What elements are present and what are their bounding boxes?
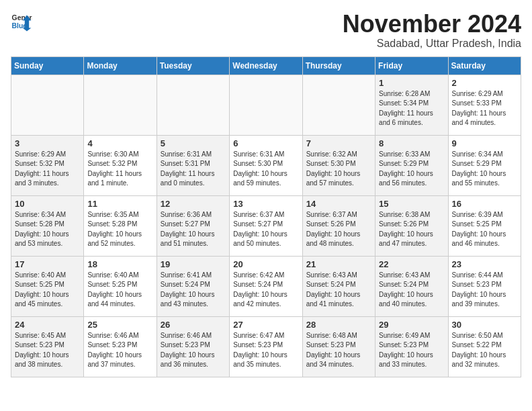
day-info: Sunrise: 6:30 AM Sunset: 5:32 PM Dayligh… bbox=[87, 150, 152, 189]
weekday-header-cell: Friday bbox=[375, 56, 448, 75]
day-info: Sunrise: 6:38 AM Sunset: 5:26 PM Dayligh… bbox=[379, 210, 444, 249]
calendar-week-row: 10Sunrise: 6:34 AM Sunset: 5:28 PM Dayli… bbox=[11, 195, 521, 256]
weekday-header-cell: Sunday bbox=[11, 56, 84, 75]
day-info: Sunrise: 6:33 AM Sunset: 5:29 PM Dayligh… bbox=[379, 150, 444, 189]
day-info: Sunrise: 6:45 AM Sunset: 5:23 PM Dayligh… bbox=[15, 331, 80, 370]
day-info: Sunrise: 6:48 AM Sunset: 5:23 PM Dayligh… bbox=[306, 331, 371, 370]
day-number: 3 bbox=[15, 138, 80, 148]
calendar-day-cell: 25Sunrise: 6:46 AM Sunset: 5:23 PM Dayli… bbox=[84, 316, 157, 377]
calendar-day-cell: 1Sunrise: 6:28 AM Sunset: 5:34 PM Daylig… bbox=[375, 75, 448, 135]
calendar-day-cell: 11Sunrise: 6:35 AM Sunset: 5:28 PM Dayli… bbox=[84, 195, 157, 256]
day-number: 29 bbox=[379, 320, 444, 330]
day-number: 17 bbox=[15, 259, 80, 269]
calendar-day-cell: 15Sunrise: 6:38 AM Sunset: 5:26 PM Dayli… bbox=[375, 195, 448, 256]
calendar-day-cell: 21Sunrise: 6:43 AM Sunset: 5:24 PM Dayli… bbox=[302, 256, 375, 316]
logo-icon: General Blue bbox=[11, 11, 32, 32]
day-number: 14 bbox=[306, 199, 371, 209]
day-info: Sunrise: 6:29 AM Sunset: 5:33 PM Dayligh… bbox=[452, 89, 517, 128]
calendar-week-row: 24Sunrise: 6:45 AM Sunset: 5:23 PM Dayli… bbox=[11, 316, 521, 377]
day-info: Sunrise: 6:40 AM Sunset: 5:25 PM Dayligh… bbox=[15, 271, 80, 310]
day-info: Sunrise: 6:40 AM Sunset: 5:25 PM Dayligh… bbox=[87, 271, 152, 310]
day-number: 27 bbox=[233, 320, 298, 330]
calendar-day-cell: 27Sunrise: 6:47 AM Sunset: 5:23 PM Dayli… bbox=[230, 316, 302, 377]
day-info: Sunrise: 6:28 AM Sunset: 5:34 PM Dayligh… bbox=[379, 89, 444, 128]
day-number: 8 bbox=[379, 138, 444, 148]
calendar-day-cell: 10Sunrise: 6:34 AM Sunset: 5:28 PM Dayli… bbox=[11, 195, 84, 256]
day-number: 25 bbox=[87, 320, 152, 330]
calendar-day-cell: 13Sunrise: 6:37 AM Sunset: 5:27 PM Dayli… bbox=[230, 195, 302, 256]
month-title: November 2024 bbox=[343, 11, 521, 38]
day-number: 2 bbox=[452, 78, 517, 88]
day-info: Sunrise: 6:31 AM Sunset: 5:31 PM Dayligh… bbox=[161, 150, 226, 189]
day-number: 24 bbox=[15, 320, 80, 330]
day-number: 21 bbox=[306, 259, 371, 269]
calendar-day-cell: 24Sunrise: 6:45 AM Sunset: 5:23 PM Dayli… bbox=[11, 316, 84, 377]
calendar-week-row: 3Sunrise: 6:29 AM Sunset: 5:32 PM Daylig… bbox=[11, 135, 521, 195]
day-info: Sunrise: 6:39 AM Sunset: 5:25 PM Dayligh… bbox=[452, 210, 517, 249]
day-number: 6 bbox=[233, 138, 298, 148]
calendar-day-cell: 5Sunrise: 6:31 AM Sunset: 5:31 PM Daylig… bbox=[157, 135, 229, 195]
day-number: 4 bbox=[87, 138, 152, 148]
day-info: Sunrise: 6:47 AM Sunset: 5:23 PM Dayligh… bbox=[233, 331, 298, 370]
day-number: 20 bbox=[233, 259, 298, 269]
calendar-day-cell: 20Sunrise: 6:42 AM Sunset: 5:24 PM Dayli… bbox=[230, 256, 302, 316]
day-number: 10 bbox=[15, 199, 80, 209]
calendar-day-cell: 17Sunrise: 6:40 AM Sunset: 5:25 PM Dayli… bbox=[11, 256, 84, 316]
day-info: Sunrise: 6:46 AM Sunset: 5:23 PM Dayligh… bbox=[161, 331, 226, 370]
day-info: Sunrise: 6:46 AM Sunset: 5:23 PM Dayligh… bbox=[87, 331, 152, 370]
day-number: 30 bbox=[452, 320, 517, 330]
calendar-day-cell: 23Sunrise: 6:44 AM Sunset: 5:23 PM Dayli… bbox=[448, 256, 521, 316]
day-number: 22 bbox=[379, 259, 444, 269]
day-number: 1 bbox=[379, 78, 444, 88]
weekday-header-cell: Tuesday bbox=[157, 56, 229, 75]
calendar-day-cell: 8Sunrise: 6:33 AM Sunset: 5:29 PM Daylig… bbox=[375, 135, 448, 195]
day-number: 13 bbox=[233, 199, 298, 209]
day-number: 23 bbox=[452, 259, 517, 269]
calendar-day-cell bbox=[84, 75, 157, 135]
calendar-day-cell: 19Sunrise: 6:41 AM Sunset: 5:24 PM Dayli… bbox=[157, 256, 229, 316]
day-info: Sunrise: 6:37 AM Sunset: 5:27 PM Dayligh… bbox=[233, 210, 298, 249]
day-info: Sunrise: 6:37 AM Sunset: 5:26 PM Dayligh… bbox=[306, 210, 371, 249]
day-number: 18 bbox=[87, 259, 152, 269]
day-info: Sunrise: 6:50 AM Sunset: 5:22 PM Dayligh… bbox=[452, 331, 517, 370]
calendar-day-cell bbox=[157, 75, 229, 135]
day-number: 16 bbox=[452, 199, 517, 209]
day-number: 7 bbox=[306, 138, 371, 148]
day-number: 26 bbox=[161, 320, 226, 330]
calendar-day-cell: 16Sunrise: 6:39 AM Sunset: 5:25 PM Dayli… bbox=[448, 195, 521, 256]
calendar-day-cell: 9Sunrise: 6:34 AM Sunset: 5:29 PM Daylig… bbox=[448, 135, 521, 195]
calendar-day-cell: 4Sunrise: 6:30 AM Sunset: 5:32 PM Daylig… bbox=[84, 135, 157, 195]
page-header: General Blue November 2024 Sadabad, Utta… bbox=[11, 11, 521, 50]
calendar-day-cell: 6Sunrise: 6:31 AM Sunset: 5:30 PM Daylig… bbox=[230, 135, 302, 195]
day-info: Sunrise: 6:44 AM Sunset: 5:23 PM Dayligh… bbox=[452, 271, 517, 310]
day-info: Sunrise: 6:29 AM Sunset: 5:32 PM Dayligh… bbox=[15, 150, 80, 189]
calendar-week-row: 17Sunrise: 6:40 AM Sunset: 5:25 PM Dayli… bbox=[11, 256, 521, 316]
weekday-header-row: SundayMondayTuesdayWednesdayThursdayFrid… bbox=[11, 56, 521, 75]
day-info: Sunrise: 6:31 AM Sunset: 5:30 PM Dayligh… bbox=[233, 150, 298, 189]
calendar-day-cell bbox=[230, 75, 302, 135]
day-number: 12 bbox=[161, 199, 226, 209]
weekday-header-cell: Thursday bbox=[302, 56, 375, 75]
weekday-header-cell: Saturday bbox=[448, 56, 521, 75]
calendar-day-cell: 18Sunrise: 6:40 AM Sunset: 5:25 PM Dayli… bbox=[84, 256, 157, 316]
day-number: 19 bbox=[161, 259, 226, 269]
calendar-table: SundayMondayTuesdayWednesdayThursdayFrid… bbox=[11, 56, 521, 377]
title-area: November 2024 Sadabad, Uttar Pradesh, In… bbox=[343, 11, 521, 50]
day-info: Sunrise: 6:43 AM Sunset: 5:24 PM Dayligh… bbox=[379, 271, 444, 310]
day-number: 5 bbox=[161, 138, 226, 148]
day-number: 11 bbox=[87, 199, 152, 209]
weekday-header-cell: Monday bbox=[84, 56, 157, 75]
weekday-header-cell: Wednesday bbox=[230, 56, 302, 75]
location-title: Sadabad, Uttar Pradesh, India bbox=[343, 38, 521, 50]
calendar-day-cell bbox=[11, 75, 84, 135]
day-info: Sunrise: 6:36 AM Sunset: 5:27 PM Dayligh… bbox=[161, 210, 226, 249]
day-number: 28 bbox=[306, 320, 371, 330]
day-info: Sunrise: 6:49 AM Sunset: 5:23 PM Dayligh… bbox=[379, 331, 444, 370]
calendar-day-cell: 26Sunrise: 6:46 AM Sunset: 5:23 PM Dayli… bbox=[157, 316, 229, 377]
calendar-day-cell: 29Sunrise: 6:49 AM Sunset: 5:23 PM Dayli… bbox=[375, 316, 448, 377]
day-number: 9 bbox=[452, 138, 517, 148]
calendar-day-cell: 30Sunrise: 6:50 AM Sunset: 5:22 PM Dayli… bbox=[448, 316, 521, 377]
calendar-day-cell: 22Sunrise: 6:43 AM Sunset: 5:24 PM Dayli… bbox=[375, 256, 448, 316]
logo: General Blue bbox=[11, 11, 32, 32]
calendar-day-cell: 3Sunrise: 6:29 AM Sunset: 5:32 PM Daylig… bbox=[11, 135, 84, 195]
